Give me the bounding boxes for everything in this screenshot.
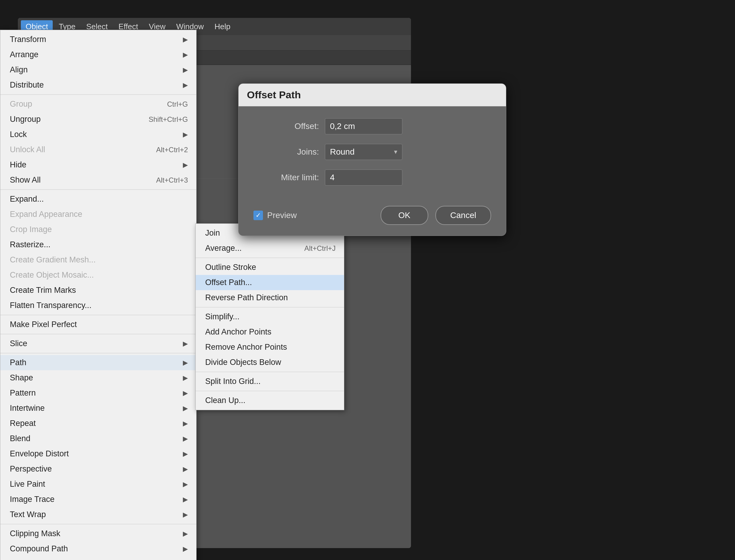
submenu-arrow-slice: ▶ <box>183 340 188 348</box>
submenu-arrow-clipping: ▶ <box>183 530 188 538</box>
submenu-arrow-shape: ▶ <box>183 374 188 382</box>
submenu-arrow-lock: ▶ <box>183 131 188 139</box>
submenu-arrow-image-trace: ▶ <box>183 496 188 503</box>
checkmark-icon: ✓ <box>256 211 261 219</box>
submenu-arrow-hide: ▶ <box>183 161 188 169</box>
divider-2 <box>0 189 196 190</box>
path-submenu: Join Ctrl+J Average... Alt+Ctrl+J Outlin… <box>195 223 344 410</box>
submenu-remove-anchor[interactable]: Remove Anchor Points <box>196 340 344 355</box>
submenu-divider-2 <box>196 307 344 307</box>
divider-1 <box>0 94 196 95</box>
miter-label: Miter limit: <box>254 173 319 182</box>
submenu-add-anchor[interactable]: Add Anchor Points <box>196 324 344 340</box>
menu-group: Group Ctrl+G <box>0 97 196 112</box>
dialog-miter-row: Miter limit: <box>254 169 491 186</box>
cancel-button[interactable]: Cancel <box>435 206 491 225</box>
submenu-arrow-live-paint: ▶ <box>183 480 188 488</box>
menu-expand[interactable]: Expand... <box>0 192 196 207</box>
menu-help[interactable]: Help <box>210 20 235 33</box>
joins-value: Round <box>330 147 355 157</box>
submenu-divider-1 <box>196 258 344 258</box>
joins-select[interactable]: Round ▾ <box>325 144 402 160</box>
menu-artboards[interactable]: Artboards ▶ <box>0 556 196 560</box>
divider-5 <box>0 353 196 353</box>
menu-object-mosaic: Create Object Mosaic... <box>0 267 196 283</box>
ok-button[interactable]: OK <box>380 206 428 225</box>
miter-limit-input[interactable] <box>325 169 402 186</box>
menu-text-wrap[interactable]: Text Wrap ▶ <box>0 507 196 522</box>
offset-label: Offset: <box>254 122 319 131</box>
menu-gradient-mesh: Create Gradient Mesh... <box>0 252 196 267</box>
divider-4 <box>0 334 196 334</box>
submenu-arrow-path: ▶ <box>183 359 188 367</box>
joins-dropdown-arrow: ▾ <box>394 148 397 156</box>
dialog-joins-row: Joins: Round ▾ <box>254 144 491 160</box>
menu-show-all[interactable]: Show All Alt+Ctrl+3 <box>0 172 196 188</box>
dialog-title: Offset Path <box>247 89 301 100</box>
submenu-arrow-distribute: ▶ <box>183 81 188 89</box>
menu-blend[interactable]: Blend ▶ <box>0 431 196 446</box>
offset-path-dialog: Offset Path Offset: Joins: Round ▾ Miter… <box>238 83 506 236</box>
submenu-divider-4 <box>196 391 344 391</box>
submenu-arrow-envelope: ▶ <box>183 450 188 458</box>
submenu-divider-3 <box>196 372 344 372</box>
submenu-average[interactable]: Average... Alt+Ctrl+J <box>196 241 344 256</box>
submenu-arrow-intertwine: ▶ <box>183 405 188 412</box>
submenu-arrow-perspective: ▶ <box>183 465 188 473</box>
submenu-arrow-blend: ▶ <box>183 435 188 443</box>
submenu-arrow-pattern: ▶ <box>183 389 188 397</box>
menu-distribute[interactable]: Distribute ▶ <box>0 77 196 93</box>
menu-path[interactable]: Path ▶ <box>0 355 196 370</box>
menu-pixel-perfect[interactable]: Make Pixel Perfect <box>0 317 196 332</box>
menu-align[interactable]: Align ▶ <box>0 62 196 77</box>
submenu-clean-up[interactable]: Clean Up... <box>196 393 344 408</box>
object-dropdown-menu: Transform ▶ Arrange ▶ Align ▶ Distribute… <box>0 30 197 560</box>
offset-input[interactable] <box>325 118 402 134</box>
menu-trim-marks[interactable]: Create Trim Marks <box>0 283 196 298</box>
menu-transform[interactable]: Transform ▶ <box>0 32 196 47</box>
menu-hide[interactable]: Hide ▶ <box>0 157 196 172</box>
menu-flatten-transparency[interactable]: Flatten Transparency... <box>0 298 196 313</box>
preview-row: ✓ Preview <box>254 211 373 220</box>
dialog-offset-row: Offset: <box>254 118 491 134</box>
submenu-outline-stroke[interactable]: Outline Stroke <box>196 260 344 275</box>
submenu-offset-path[interactable]: Offset Path... <box>196 275 344 290</box>
submenu-simplify[interactable]: Simplify... <box>196 309 344 324</box>
dialog-footer: ✓ Preview OK Cancel <box>239 206 506 236</box>
divider-6 <box>0 524 196 524</box>
submenu-arrow-text-wrap: ▶ <box>183 511 188 519</box>
menu-ungroup[interactable]: Ungroup Shift+Ctrl+G <box>0 112 196 127</box>
menu-lock[interactable]: Lock ▶ <box>0 127 196 142</box>
submenu-arrow-repeat: ▶ <box>183 420 188 427</box>
submenu-arrow-compound: ▶ <box>183 545 188 553</box>
menu-slice[interactable]: Slice ▶ <box>0 336 196 351</box>
menu-crop-image: Crop Image <box>0 222 196 237</box>
menu-intertwine[interactable]: Intertwine ▶ <box>0 401 196 416</box>
menu-shape[interactable]: Shape ▶ <box>0 370 196 385</box>
submenu-arrow-transform: ▶ <box>183 36 188 43</box>
menu-envelope-distort[interactable]: Envelope Distort ▶ <box>0 446 196 461</box>
menu-compound-path[interactable]: Compound Path ▶ <box>0 541 196 556</box>
menu-live-paint[interactable]: Live Paint ▶ <box>0 477 196 492</box>
preview-label: Preview <box>267 211 297 220</box>
menu-perspective[interactable]: Perspective ▶ <box>0 461 196 477</box>
submenu-reverse-path[interactable]: Reverse Path Direction <box>196 290 344 305</box>
menu-expand-appearance: Expand Appearance <box>0 207 196 222</box>
menu-clipping-mask[interactable]: Clipping Mask ▶ <box>0 526 196 541</box>
menu-image-trace[interactable]: Image Trace ▶ <box>0 492 196 507</box>
menu-pattern[interactable]: Pattern ▶ <box>0 385 196 401</box>
dialog-body: Offset: Joins: Round ▾ Miter limit: <box>239 106 506 206</box>
menu-unlock-all: Unlock All Alt+Ctrl+2 <box>0 142 196 157</box>
joins-label: Joins: <box>254 147 319 157</box>
submenu-split-grid[interactable]: Split Into Grid... <box>196 374 344 389</box>
menu-rasterize[interactable]: Rasterize... <box>0 237 196 252</box>
menu-repeat[interactable]: Repeat ▶ <box>0 416 196 431</box>
preview-checkbox[interactable]: ✓ <box>254 211 263 220</box>
submenu-divide-objects[interactable]: Divide Objects Below <box>196 355 344 370</box>
submenu-arrow-align: ▶ <box>183 66 188 74</box>
dialog-titlebar: Offset Path <box>239 84 506 106</box>
submenu-arrow-arrange: ▶ <box>183 51 188 59</box>
menu-arrange[interactable]: Arrange ▶ <box>0 47 196 62</box>
